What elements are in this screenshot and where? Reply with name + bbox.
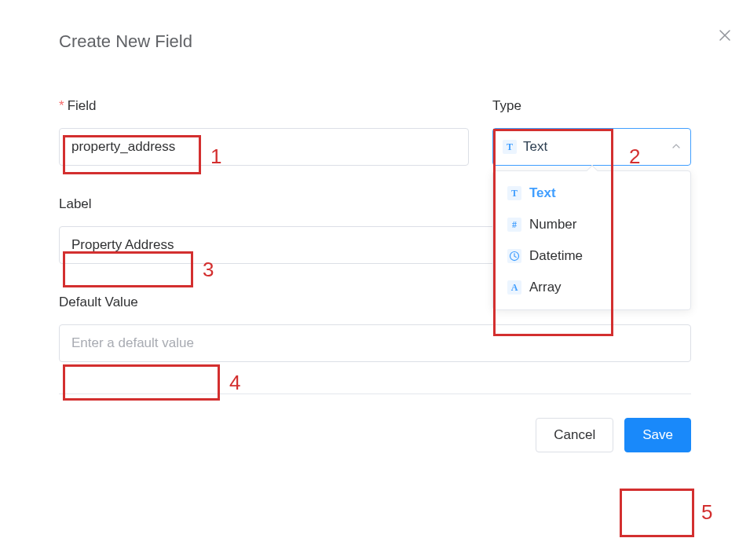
option-label: Datetime [529, 248, 583, 264]
divider [59, 393, 691, 394]
annotation-number-5: 5 [701, 500, 712, 525]
type-selected-value: Text [523, 139, 547, 155]
annotation-box-5 [620, 489, 694, 537]
cancel-button[interactable]: Cancel [536, 418, 613, 452]
text-type-icon: T [503, 140, 517, 154]
field-input[interactable] [59, 128, 469, 166]
dialog-title: Create New Field [59, 31, 691, 52]
save-button[interactable]: Save [624, 418, 691, 452]
dropdown-option-array[interactable]: A Array [493, 272, 690, 303]
array-type-icon: A [507, 280, 521, 295]
field-label-text: Field [68, 98, 97, 113]
dropdown-option-datetime[interactable]: Datetime [493, 240, 690, 272]
required-mark: * [59, 98, 64, 113]
close-icon [719, 27, 731, 45]
annotation-number-4: 4 [229, 371, 240, 395]
type-group: Type T Text T Text # Number [492, 99, 691, 166]
option-label: Array [529, 280, 562, 295]
option-label: Number [529, 217, 576, 232]
chevron-up-icon [671, 139, 681, 155]
default-value-input[interactable] [59, 324, 691, 362]
field-label: *Field [59, 99, 469, 112]
text-type-icon: T [507, 186, 521, 200]
dropdown-arrow [586, 165, 597, 176]
annotation-box-4 [63, 364, 220, 401]
datetime-type-icon [507, 249, 521, 263]
close-button[interactable] [719, 28, 731, 44]
dialog-footer: Cancel Save [59, 418, 691, 452]
option-label: Text [529, 185, 556, 201]
number-type-icon: # [507, 218, 521, 232]
type-select[interactable]: T Text [492, 128, 691, 166]
dropdown-option-text[interactable]: T Text [493, 178, 690, 209]
type-label: Type [492, 99, 691, 112]
field-group: *Field [59, 99, 469, 166]
dropdown-option-number[interactable]: # Number [493, 209, 690, 240]
type-dropdown: T Text # Number Datetime A Array [492, 170, 691, 310]
